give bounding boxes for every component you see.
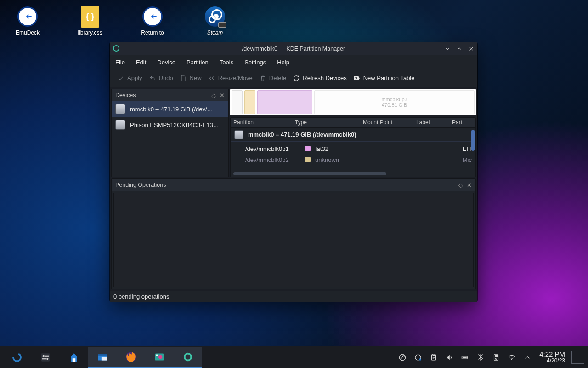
svg-point-17 <box>401 357 402 359</box>
svg-rect-9 <box>102 356 107 360</box>
taskbar-files[interactable] <box>88 347 117 368</box>
newtable-icon <box>353 75 361 82</box>
titlebar[interactable]: /dev/mmcblk0 — KDE Partition Manager <box>110 42 477 55</box>
new-label: New <box>190 75 202 81</box>
partition-type: fat32 <box>315 145 352 152</box>
status-bar: 0 pending operations <box>110 291 477 302</box>
newtable-label: New Partition Table <box>363 75 415 81</box>
partition-flag: Mic <box>463 156 472 163</box>
panel-float-icon[interactable]: ◇ <box>211 92 216 99</box>
svg-point-0 <box>113 46 119 51</box>
updates-tray-icon[interactable] <box>413 353 423 362</box>
desktop-icon-label: Return to <box>141 29 164 36</box>
battery-tray-icon[interactable] <box>460 353 469 362</box>
menu-edit[interactable]: Edit <box>136 59 146 66</box>
partition-manager-window: /dev/mmcblk0 — KDE Partition Manager Fil… <box>110 42 477 302</box>
partition-segment[interactable] <box>232 90 243 114</box>
wifi-tray-icon[interactable] <box>507 353 516 362</box>
taskbar-firefox[interactable] <box>117 347 145 368</box>
pending-header-label: Pending Operations <box>115 182 166 188</box>
taskbar-clock[interactable]: 4:22 PM 4/20/23 <box>536 351 569 364</box>
delete-button[interactable]: Delete <box>259 75 287 82</box>
menu-settings[interactable]: Settings <box>244 59 266 66</box>
segment-size: 470.81 GiB <box>382 102 407 108</box>
partition-table: Partition Type Mount Point Label Part mm… <box>230 117 476 177</box>
taskbar-discover[interactable] <box>60 347 88 368</box>
col-part[interactable]: Part <box>449 118 475 127</box>
apply-button[interactable]: Apply <box>117 75 142 82</box>
disk-icon <box>115 104 125 114</box>
panel-float-icon[interactable]: ◇ <box>458 182 463 189</box>
desktop-icon-librarycss[interactable]: library.css <box>68 6 112 36</box>
maximize-button[interactable] <box>455 45 464 53</box>
menu-device[interactable]: Device <box>157 59 175 66</box>
window-controls <box>443 45 475 53</box>
menu-help[interactable]: Help <box>277 59 289 66</box>
svg-point-19 <box>419 358 421 361</box>
col-partition[interactable]: Partition <box>231 118 292 127</box>
devices-list: mmcblk0 – 471.19 GiB (/dev/… Phison ESMP… <box>112 101 228 177</box>
col-mountpoint[interactable]: Mount Point <box>360 118 413 127</box>
taskbar-partition-manager[interactable] <box>174 347 202 368</box>
refresh-button[interactable]: Refresh Devices <box>293 75 346 82</box>
device-row[interactable]: Phison ESMP512GKB4C3-E13… <box>112 117 228 132</box>
device-row[interactable]: mmcblk0 – 471.19 GiB (/dev/… <box>112 101 228 117</box>
device-label: mmcblk0 – 471.19 GiB (/dev/… <box>130 106 213 113</box>
svg-rect-6 <box>73 358 76 362</box>
start-button[interactable] <box>3 347 31 368</box>
disk-icon <box>115 120 125 130</box>
menu-tools[interactable]: Tools <box>220 59 233 66</box>
partition-device-row[interactable]: mmcblk0 – 471.19 GiB (/dev/mmcblk0) <box>231 128 475 142</box>
svg-point-27 <box>496 358 497 359</box>
disk-tray-icon[interactable] <box>492 353 501 362</box>
desktop-icon-steam[interactable]: Steam <box>193 6 237 36</box>
partition-segment[interactable] <box>244 90 255 114</box>
menu-partition[interactable]: Partition <box>187 59 209 66</box>
partition-row[interactable]: /dev/mmcblk0p2 unknown Mic <box>231 155 475 164</box>
clipboard-tray-icon[interactable] <box>429 353 438 362</box>
undo-button[interactable]: Undo <box>149 75 173 82</box>
partition-table-body: mmcblk0 – 471.19 GiB (/dev/mmcblk0) /dev… <box>231 128 475 177</box>
device-label: Phison ESMP512GKB4C3-E13… <box>130 121 219 128</box>
close-button[interactable] <box>467 45 475 53</box>
menubar: File Edit Device Partition Tools Setting… <box>110 55 477 69</box>
panel-close-icon[interactable]: ✕ <box>220 92 225 99</box>
partition-bar[interactable]: mmcblk0p3 470.81 GiB <box>230 89 476 115</box>
minimize-button[interactable] <box>443 45 452 53</box>
svg-rect-13 <box>156 354 158 356</box>
svg-rect-3 <box>45 355 49 356</box>
svg-point-28 <box>511 359 512 360</box>
horizontal-scrollbar[interactable] <box>233 172 473 175</box>
partition-row[interactable]: /dev/mmcblk0p1 fat32 EFI <box>231 142 475 155</box>
menu-file[interactable]: File <box>115 59 125 66</box>
desktop-icon-label: library.css <box>78 29 102 36</box>
devices-header-label: Devices <box>115 92 136 98</box>
steam-tray-icon[interactable] <box>398 353 407 362</box>
new-partition-table-button[interactable]: New Partition Table <box>353 75 415 82</box>
panel-close-icon[interactable]: ✕ <box>467 182 472 189</box>
partition-color-icon <box>305 146 311 151</box>
desktop-icon-label: EmuDeck <box>16 29 40 36</box>
partition-segment[interactable]: mmcblk0p3 470.81 GiB <box>314 90 475 114</box>
desktop-icon-emudeck[interactable]: EmuDeck <box>6 6 50 36</box>
partition-segment[interactable] <box>257 90 312 114</box>
pending-operations-panel: Pending Operations ◇ ✕ <box>111 178 476 289</box>
partition-color-icon <box>305 157 311 162</box>
taskbar-spectacle[interactable] <box>145 347 174 368</box>
vertical-scrollbar[interactable] <box>471 128 475 171</box>
svg-point-4 <box>46 358 48 360</box>
svg-rect-5 <box>42 358 46 359</box>
bluetooth-tray-icon[interactable] <box>476 353 485 362</box>
taskbar-settings[interactable] <box>31 347 60 368</box>
resize-button[interactable]: Resize/Move <box>208 75 253 82</box>
show-desktop-button[interactable] <box>571 351 584 364</box>
new-button[interactable]: New <box>180 75 202 82</box>
tray-expand-icon[interactable] <box>523 353 532 362</box>
desktop-icon-label: Steam <box>207 29 223 36</box>
col-label[interactable]: Label <box>413 118 449 127</box>
col-type[interactable]: Type <box>292 118 360 127</box>
volume-tray-icon[interactable] <box>445 353 454 362</box>
status-text: 0 pending operations <box>113 293 169 300</box>
refresh-icon <box>293 75 300 82</box>
desktop-icon-return[interactable]: Return to <box>130 6 175 36</box>
